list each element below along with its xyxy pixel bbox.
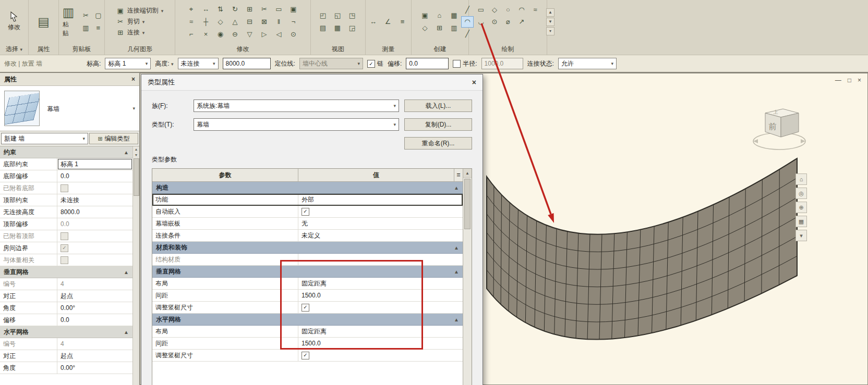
param-value[interactable]: 0.00° (57, 362, 132, 374)
instance-param-group-header[interactable]: 垂直网格▲ (0, 266, 132, 278)
param-value[interactable]: ✓ (298, 206, 463, 217)
create-tool-icon[interactable]: ⊞ (433, 22, 446, 34)
param-value[interactable]: 起点 (57, 350, 132, 362)
modify-tool-icon[interactable]: × (200, 29, 212, 40)
view-tool-icon[interactable]: ▦ (331, 22, 344, 34)
draw-tool-icon[interactable]: ◠ (461, 16, 474, 28)
modify-tool-icon[interactable]: ≈ (185, 16, 198, 28)
draw-tool-icon[interactable]: ◠ (515, 4, 528, 16)
modify-tool-icon[interactable]: ↻ (229, 4, 242, 15)
properties-scrollbar[interactable]: ▲ ▼ (132, 146, 139, 385)
modify-tool-icon[interactable]: ⌖ (185, 4, 198, 15)
param-value[interactable]: 未连接 (57, 194, 132, 206)
modify-tool-icon[interactable]: ▭ (273, 4, 285, 15)
viewcube[interactable]: 上 前 (751, 97, 808, 156)
param-value[interactable]: 0.0 (57, 218, 132, 230)
param-value[interactable]: ✓ (57, 242, 132, 254)
create-tool-icon[interactable]: ▣ (419, 10, 431, 21)
param-value[interactable]: 标高 1 (57, 158, 132, 170)
param-value[interactable]: 起点 (57, 290, 132, 302)
scroll-down-icon[interactable]: ▼ (135, 153, 138, 157)
param-value[interactable]: 固定距离 (298, 278, 463, 289)
nav-tool-icon[interactable]: ▦ (795, 216, 807, 227)
clipboard-tool-icon[interactable]: ▥ (79, 22, 92, 34)
collapse-icon[interactable]: ▲ (124, 150, 129, 155)
param-value[interactable]: 无 (298, 218, 463, 229)
properties-close-icon[interactable]: × (131, 76, 135, 83)
panel-label-geometry[interactable]: 几何图形 (105, 43, 175, 55)
checkbox[interactable]: ✓ (302, 208, 309, 216)
height-input[interactable]: 8000.0 (223, 58, 271, 69)
gallery-up-icon[interactable]: ▲ (546, 8, 554, 17)
properties-toggle-button[interactable]: ▤ (35, 14, 52, 30)
chain-checkbox[interactable]: ✓ (367, 60, 375, 68)
param-value[interactable]: ✓ (298, 302, 463, 313)
height-label[interactable]: 高度: ▾ (155, 59, 173, 68)
checkbox[interactable]: ✓ (302, 304, 309, 312)
geometry-menu-item[interactable]: ✂剪切▾ (116, 17, 164, 26)
modify-tool-icon[interactable]: ↔ (200, 4, 212, 15)
collapse-icon[interactable]: ▲ (454, 245, 459, 251)
view-tool-icon[interactable]: ▤ (317, 22, 329, 34)
offset-input[interactable]: 0.0 (406, 58, 449, 69)
draw-tool-icon[interactable]: ◡ (475, 16, 487, 28)
param-value[interactable]: 1500.0 (298, 338, 463, 349)
modify-tool-icon[interactable]: ⌐ (185, 29, 198, 40)
instance-param-group-header[interactable]: 约束▲ (0, 146, 132, 158)
param-value[interactable] (57, 230, 132, 242)
draw-tool-icon[interactable]: ≈ (529, 4, 541, 16)
modify-tool-icon[interactable]: ⊙ (287, 29, 300, 40)
modify-tool-icon[interactable]: ⊠ (258, 16, 271, 28)
dialog-close-icon[interactable]: × (472, 78, 476, 86)
type-param-group-header[interactable]: 材质和装饰▲ (152, 242, 463, 254)
collapse-icon[interactable]: ▲ (124, 329, 129, 335)
rename-button[interactable]: 重命名(R)... (404, 137, 472, 150)
view-tool-icon[interactable]: ◱ (331, 10, 344, 21)
type-selector[interactable]: 幕墙 ▾ (0, 86, 139, 131)
checkbox[interactable]: ✓ (302, 352, 309, 359)
modify-tool-icon[interactable]: ⇅ (214, 4, 227, 15)
draw-tool-icon[interactable]: ▭ (475, 4, 487, 16)
param-value[interactable]: 固定距离 (298, 326, 463, 337)
draw-tool-icon[interactable]: ↗ (515, 16, 528, 28)
modify-tool-icon[interactable]: ✂ (258, 4, 271, 15)
modify-tool-icon[interactable]: ⊟ (244, 16, 256, 28)
height-mode-combo[interactable]: 未连接▾ (178, 58, 219, 69)
checkbox[interactable] (61, 232, 68, 240)
view-tool-icon[interactable]: ◲ (346, 22, 358, 34)
panel-label-draw[interactable]: 绘制 (469, 43, 547, 55)
panel-label-modify[interactable]: 修改 (175, 43, 310, 55)
level-combo[interactable]: 标高 1▾ (105, 58, 151, 69)
family-combo[interactable]: 系统族:幕墙▾ (194, 100, 399, 112)
edit-type-button[interactable]: ⊞编辑类型 (89, 133, 138, 144)
type-param-group-header[interactable]: 垂直网格▲ (152, 266, 463, 278)
draw-tool-icon[interactable]: ⊙ (488, 16, 501, 28)
paste-button[interactable]: ▥ 粘贴 (60, 5, 77, 39)
geometry-menu-item[interactable]: ▣连接端切割▾ (116, 6, 164, 15)
type-combo[interactable]: 幕墙▾ (194, 118, 399, 131)
nav-tool-icon[interactable]: ⊕ (795, 202, 807, 213)
dialog-scrollbar[interactable]: ▲ (463, 169, 472, 385)
radius-checkbox[interactable] (453, 60, 461, 68)
instance-param-group-header[interactable]: 水平网格▲ (0, 326, 132, 338)
nav-tool-icon[interactable]: ▾ (795, 230, 807, 241)
modify-tool-icon[interactable]: ◉ (214, 29, 227, 40)
restore-icon[interactable]: □ (848, 77, 851, 84)
modify-tool-icon[interactable]: ▷ (258, 29, 271, 40)
geometry-menu-item[interactable]: ⊞连接▾ (116, 28, 164, 37)
nav-tool-icon[interactable]: ⌂ (795, 173, 807, 185)
scrollbar-thumb[interactable] (134, 158, 139, 196)
collapse-icon[interactable]: ▲ (124, 269, 129, 275)
collapse-icon[interactable]: ▲ (454, 317, 459, 322)
measure-tool-icon[interactable]: ↔ (367, 16, 380, 28)
modify-tool-icon[interactable]: ‖ (273, 16, 285, 28)
param-value[interactable] (57, 254, 132, 266)
location-line-combo[interactable]: 墙中心线▾ (299, 58, 363, 69)
collapse-icon[interactable]: ▲ (454, 185, 459, 191)
param-value[interactable]: 0.0 (57, 170, 132, 182)
panel-label-create[interactable]: 创建 (412, 43, 468, 55)
clipboard-tool-icon[interactable]: ▢ (92, 10, 104, 21)
view-tool-icon[interactable]: ◳ (346, 10, 358, 21)
type-param-group-header[interactable]: 水平网格▲ (152, 314, 463, 326)
minimize-icon[interactable]: — (835, 77, 841, 84)
